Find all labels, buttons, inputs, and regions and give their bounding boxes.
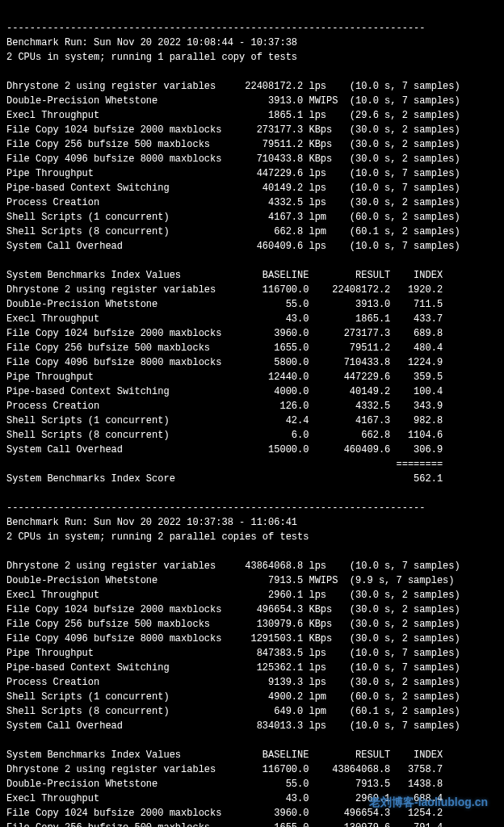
watermark: 老刘博客-laoliublog.cn [369,794,488,811]
terminal-output: ----------------------------------------… [6,21,498,827]
